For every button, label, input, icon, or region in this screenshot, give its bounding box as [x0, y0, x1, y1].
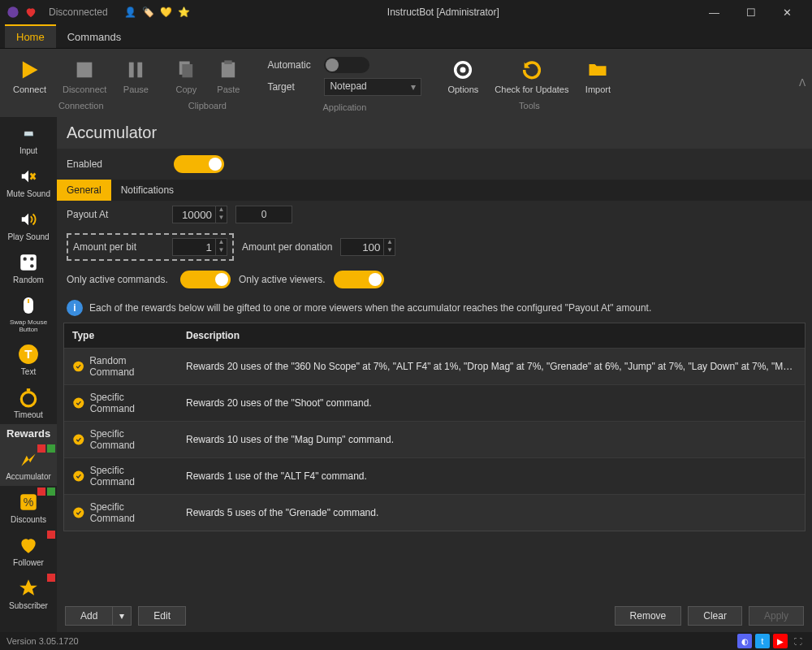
apply-button[interactable]: Apply — [749, 606, 804, 626]
svg-point-23 — [73, 434, 84, 444]
table-row[interactable]: Specific CommandRewards 1 use of the "AL… — [64, 457, 805, 494]
sidebar-item-label: Swap Mouse Button — [2, 318, 55, 333]
options-label: Options — [447, 84, 478, 94]
sidebar-item-input[interactable]: ⌨️Input — [0, 117, 57, 160]
th-type[interactable]: Type — [64, 323, 178, 348]
close-button[interactable]: ✕ — [769, 0, 806, 24]
table-row[interactable]: Specific CommandRewards 5 uses of the "G… — [64, 494, 805, 531]
youtube-icon[interactable]: ▶ — [773, 634, 788, 648]
import-button[interactable]: Import — [580, 54, 615, 98]
amount-per-bit-stepper[interactable]: ▲▼ — [172, 238, 227, 256]
sidebar-item-accumulator[interactable]: Accumulator — [0, 443, 57, 486]
svg-point-21 — [73, 362, 84, 372]
command-icon — [72, 360, 84, 373]
titlebar-left: Disconnected 👤 🏷️ 💛 ⭐ — [6, 6, 191, 19]
rewards-table: Type Description Random CommandRewards 2… — [63, 323, 806, 531]
copy-button[interactable]: Copy — [168, 54, 204, 98]
star-orange-icon[interactable]: ⭐ — [178, 6, 191, 19]
only-active-viewers-toggle[interactable] — [334, 271, 384, 288]
sidebar-item-timeout[interactable]: Timeout — [0, 381, 57, 424]
table-row[interactable]: Random CommandRewards 20 uses of the "36… — [64, 348, 805, 384]
ribbon-group-connection: Connect Disconnect Pause Connection — [8, 54, 153, 115]
discord-icon[interactable]: ◐ — [737, 634, 752, 648]
svg-point-11 — [24, 258, 27, 261]
amount-per-donation-label: Amount per donation — [242, 241, 332, 253]
folder-icon — [585, 57, 611, 83]
row-type: Random Command — [89, 355, 170, 378]
remove-button[interactable]: Remove — [615, 606, 682, 626]
dice-icon — [15, 251, 41, 274]
svg-rect-14 — [28, 299, 29, 303]
sidebar-item-label: Play Sound — [7, 232, 49, 241]
subtab-notifications[interactable]: Notifications — [111, 180, 184, 201]
table-row[interactable]: Specific CommandRewards 10 uses of the "… — [64, 421, 805, 457]
sidebar-item-text[interactable]: TText — [0, 338, 57, 381]
connect-button[interactable]: Connect — [8, 54, 51, 98]
spin-down-icon[interactable]: ▼ — [215, 214, 227, 223]
options-button[interactable]: Options — [443, 54, 483, 98]
tab-home[interactable]: Home — [5, 24, 56, 48]
sidebar-item-swap-mouse[interactable]: Swap Mouse Button — [0, 289, 57, 338]
table-row[interactable]: Specific CommandRewards 20 uses of the "… — [64, 384, 805, 421]
row-type: Specific Command — [90, 501, 170, 524]
main-tabs: Home Commands — [0, 24, 812, 49]
automatic-label: Automatic — [267, 59, 316, 71]
add-dropdown-button[interactable]: ▾ — [113, 606, 132, 626]
person-green-icon[interactable]: 👤 — [124, 6, 137, 19]
tag-green-icon[interactable]: 🏷️ — [142, 6, 155, 19]
status-dot-green — [47, 444, 55, 453]
ribbon-collapse-button[interactable]: ᐱ — [799, 77, 806, 89]
amount-per-donation-stepper[interactable]: ▲▼ — [340, 238, 395, 256]
amount-per-bit-input[interactable] — [173, 239, 215, 255]
amount-per-donation-input[interactable] — [341, 239, 383, 255]
payout-at-stepper[interactable]: ▲▼ — [172, 206, 227, 223]
svg-rect-1 — [77, 63, 93, 78]
edit-button[interactable]: Edit — [138, 606, 186, 626]
target-select[interactable]: Notepad — [324, 78, 421, 96]
window-controls: — ☐ ✕ — [696, 0, 806, 24]
sidebar-item-mute-sound[interactable]: Mute Sound — [0, 160, 57, 203]
disconnect-button[interactable]: Disconnect — [58, 54, 111, 98]
pause-button[interactable]: Pause — [118, 54, 153, 98]
row-desc: Rewards 20 uses of the "Shoot" command. — [178, 391, 805, 415]
sidebar-item-label: Subscriber — [9, 601, 48, 610]
connect-label: Connect — [13, 84, 46, 94]
clear-button[interactable]: Clear — [688, 606, 742, 626]
check-updates-button[interactable]: Check for Updates — [490, 54, 573, 98]
paste-button[interactable]: Paste — [210, 54, 246, 98]
maximize-button[interactable]: ☐ — [732, 0, 769, 24]
status-dot-green — [47, 488, 55, 496]
automatic-toggle[interactable] — [324, 57, 369, 73]
svg-rect-6 — [222, 63, 235, 78]
only-active-commands-toggle[interactable] — [180, 271, 231, 288]
ribbon-application-caption: Application — [322, 99, 366, 115]
tab-commands[interactable]: Commands — [56, 26, 132, 48]
sidebar-item-subscriber[interactable]: Subscriber — [0, 572, 57, 615]
minimize-button[interactable]: — — [696, 0, 732, 24]
sidebar-item-discounts[interactable]: % Discounts — [0, 486, 57, 529]
main-area: ⌨️Input Mute Sound Play Sound Random Swa… — [0, 117, 812, 632]
th-description[interactable]: Description — [178, 323, 805, 348]
subtabs: General Notifications — [57, 180, 812, 201]
sidebar-item-play-sound[interactable]: Play Sound — [0, 203, 57, 246]
svg-point-24 — [73, 470, 84, 481]
enabled-toggle[interactable] — [174, 155, 224, 173]
svg-point-12 — [30, 258, 33, 261]
spin-down-icon[interactable]: ▼ — [215, 247, 227, 255]
payout-at-input[interactable] — [173, 206, 215, 223]
enabled-label: Enabled — [67, 158, 164, 170]
amount-per-bit-label: Amount per bit — [73, 241, 164, 253]
active-toggles-row: Only active commands. Only active viewer… — [57, 266, 812, 293]
sidebar-section-rewards: Rewards — [0, 424, 57, 443]
sidebar-item-follower[interactable]: Follower — [0, 529, 57, 572]
twitter-icon[interactable]: t — [755, 634, 770, 648]
subtab-general[interactable]: General — [57, 180, 111, 201]
extra-icon[interactable]: ⛶ — [791, 634, 806, 648]
add-button[interactable]: Add — [65, 606, 113, 626]
status-dot-red — [37, 444, 45, 453]
spin-down-icon[interactable]: ▼ — [383, 247, 395, 255]
stopwatch-icon — [15, 386, 41, 409]
heart-yellow-icon[interactable]: 💛 — [160, 6, 173, 19]
sidebar-item-random[interactable]: Random — [0, 246, 57, 289]
pause-icon — [123, 57, 149, 83]
